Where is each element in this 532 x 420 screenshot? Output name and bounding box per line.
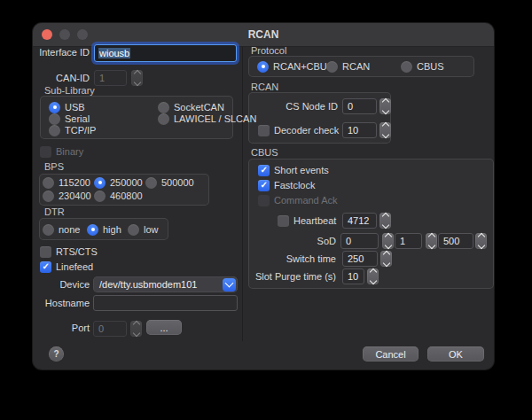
- help-button[interactable]: ?: [49, 346, 64, 362]
- port-stepper[interactable]: [130, 321, 142, 337]
- sod-input-3[interactable]: 500: [438, 233, 473, 249]
- radio-icon: [43, 191, 54, 202]
- traffic-lights: [42, 29, 88, 40]
- linefeed-checkbox[interactable]: Linefeed: [40, 261, 93, 273]
- cs-node-id-stepper[interactable]: [379, 98, 391, 114]
- radio-250000-label: 250000: [110, 177, 143, 188]
- chevron-down-icon: [369, 277, 376, 284]
- radio-usb-label: USB: [65, 102, 85, 113]
- radio-serial[interactable]: Serial: [49, 113, 90, 125]
- bps-group: 115200 250000 500000 230400 460800: [39, 174, 209, 206]
- radio-230400-label: 230400: [59, 191, 91, 201]
- slot-purge-label: Slot Purge time (s): [249, 271, 336, 282]
- titlebar[interactable]: RCAN: [33, 23, 494, 47]
- chevron-up-icon: [381, 213, 388, 220]
- chevron-up-icon: [132, 321, 139, 328]
- sub-library-group: USB SocketCAN Serial LAWICEL / SLCAN TCP…: [40, 96, 233, 139]
- checkbox-icon: [40, 246, 51, 258]
- radio-rcan[interactable]: RCAN: [326, 60, 370, 73]
- radio-icon: [257, 61, 269, 73]
- radio-low-label: low: [144, 224, 159, 235]
- sod-stepper-2[interactable]: [426, 233, 437, 249]
- checkbox-icon: [258, 125, 270, 136]
- radio-230400[interactable]: 230400: [43, 190, 91, 202]
- radio-tcpip[interactable]: TCP/IP: [49, 124, 96, 136]
- device-label: Device: [33, 279, 90, 290]
- radio-high[interactable]: high: [87, 223, 121, 236]
- radio-icon: [49, 102, 60, 113]
- radio-250000[interactable]: 250000: [94, 176, 143, 189]
- binary-checkbox[interactable]: Binary: [40, 145, 83, 158]
- sod-stepper-1[interactable]: [382, 233, 394, 249]
- interface-id-input[interactable]: wiousb: [94, 44, 237, 62]
- sod-stepper-3[interactable]: [475, 233, 487, 249]
- port-browse-button[interactable]: ...: [146, 320, 182, 335]
- short-events-label: Short events: [274, 165, 329, 175]
- decoder-check-stepper[interactable]: [379, 122, 391, 138]
- device-value: /dev/tty.usbmodem101: [99, 279, 197, 290]
- heartbeat-input[interactable]: 4712: [342, 213, 377, 229]
- radio-icon: [49, 113, 60, 125]
- heartbeat-stepper[interactable]: [379, 213, 391, 229]
- heartbeat-checkbox[interactable]: Heartbeat: [278, 214, 336, 227]
- slot-purge-input[interactable]: 10: [342, 268, 364, 284]
- chevron-down-icon: [477, 242, 484, 249]
- radio-serial-label: Serial: [65, 113, 90, 124]
- cancel-button[interactable]: Cancel: [363, 346, 419, 362]
- radio-none[interactable]: none: [43, 223, 80, 236]
- rcan-group: CS Node ID 0 Decoder check 10: [248, 92, 391, 144]
- chevron-down-icon: [384, 242, 391, 249]
- port-input[interactable]: 0: [93, 321, 127, 337]
- radio-cbus[interactable]: CBUS: [401, 60, 444, 73]
- window-title: RCAN: [248, 28, 279, 41]
- checkbox-icon: [258, 195, 270, 206]
- radio-rcan-cbus[interactable]: RCAN+CBUS: [257, 60, 333, 73]
- sod-input-1[interactable]: 0: [340, 233, 379, 249]
- radio-icon: [94, 191, 106, 202]
- switch-time-input[interactable]: 250: [342, 251, 378, 267]
- short-events-checkbox[interactable]: Short events: [258, 164, 329, 176]
- rts-cts-checkbox[interactable]: RTS/CTS: [40, 245, 98, 258]
- radio-icon: [326, 61, 338, 73]
- dtr-label: DTR: [44, 206, 65, 217]
- minimize-icon[interactable]: [59, 29, 70, 40]
- cbus-group: Short events Fastclock Command Ack Heart…: [248, 159, 494, 289]
- decoder-check-input[interactable]: 10: [342, 122, 377, 138]
- radio-low[interactable]: low: [128, 223, 159, 236]
- hostname-input[interactable]: [93, 295, 238, 311]
- switch-time-stepper[interactable]: [380, 251, 392, 267]
- radio-usb[interactable]: USB: [49, 101, 85, 113]
- radio-socketcan[interactable]: SocketCAN: [158, 101, 224, 113]
- slot-purge-stepper[interactable]: [367, 268, 379, 284]
- radio-socketcan-label: SocketCAN: [174, 102, 224, 113]
- close-icon[interactable]: [42, 29, 52, 40]
- fastclock-checkbox[interactable]: Fastclock: [258, 179, 315, 191]
- dtr-group: none high low: [39, 218, 168, 240]
- radio-tcpip-label: TCP/IP: [65, 125, 96, 136]
- can-id-stepper[interactable]: [131, 70, 143, 86]
- can-id-label: CAN-ID: [33, 73, 90, 83]
- popup-button: [223, 278, 236, 292]
- chevron-up-icon: [381, 122, 388, 129]
- zoom-icon[interactable]: [77, 29, 88, 40]
- sod-input-2[interactable]: 1: [395, 233, 422, 249]
- rcan-section-label: RCAN: [251, 82, 278, 92]
- chevron-down-icon: [381, 131, 388, 138]
- ok-button[interactable]: OK: [427, 346, 484, 362]
- radio-500000[interactable]: 500000: [145, 176, 194, 189]
- radio-115200-label: 115200: [59, 177, 90, 188]
- radio-icon: [87, 224, 98, 236]
- radio-115200[interactable]: 115200: [43, 176, 90, 189]
- chevron-down-icon: [427, 242, 434, 249]
- decoder-check-checkbox[interactable]: Decoder check: [258, 124, 339, 136]
- command-ack-checkbox[interactable]: Command Ack: [258, 194, 338, 206]
- radio-lawicel-slcan[interactable]: LAWICEL / SLCAN: [158, 113, 256, 125]
- radio-460800[interactable]: 460800: [94, 190, 143, 202]
- device-popup[interactable]: /dev/tty.usbmodem101: [93, 276, 238, 292]
- chevron-down-icon: [381, 222, 388, 229]
- rts-cts-label: RTS/CTS: [56, 246, 98, 257]
- can-id-input[interactable]: 1: [94, 70, 127, 86]
- chevron-up-icon: [369, 268, 376, 276]
- chevron-up-icon: [381, 98, 388, 105]
- cs-node-id-input[interactable]: 0: [342, 98, 377, 114]
